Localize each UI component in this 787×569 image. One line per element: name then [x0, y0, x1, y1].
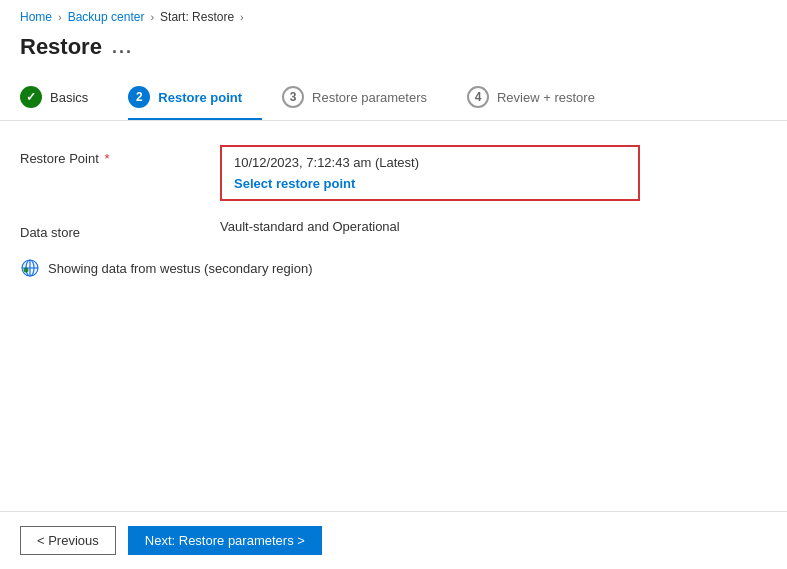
select-restore-point-link[interactable]: Select restore point [234, 176, 355, 191]
page-title-container: Restore ... [0, 30, 787, 76]
data-store-field: Vault-standard and Operational [220, 219, 767, 234]
svg-point-4 [22, 260, 38, 276]
restore-point-value: 10/12/2023, 7:12:43 am (Latest) [234, 155, 626, 170]
tab-basics-circle: ✓ [20, 86, 42, 108]
breadcrumb: Home › Backup center › Start: Restore › [0, 0, 787, 30]
tab-restore-point[interactable]: 2 Restore point [128, 76, 262, 120]
globe-icon [20, 258, 40, 278]
tab-basics-label: Basics [50, 90, 88, 105]
breadcrumb-backup-center[interactable]: Backup center [68, 10, 145, 24]
info-row: Showing data from westus (secondary regi… [20, 258, 767, 278]
previous-button[interactable]: < Previous [20, 526, 116, 555]
restore-point-required: * [104, 151, 109, 166]
restore-point-box: 10/12/2023, 7:12:43 am (Latest) Select r… [220, 145, 640, 201]
restore-point-label: Restore Point [20, 151, 99, 166]
restore-point-label-container: Restore Point * [20, 145, 220, 166]
tab-review-restore[interactable]: 4 Review + restore [467, 76, 615, 120]
breadcrumb-chevron-2: › [150, 11, 154, 23]
tab-review-restore-label: Review + restore [497, 90, 595, 105]
svg-point-5 [24, 268, 29, 273]
tab-restore-parameters-label: Restore parameters [312, 90, 427, 105]
tab-basics[interactable]: ✓ Basics [20, 76, 108, 120]
tab-restore-point-label: Restore point [158, 90, 242, 105]
breadcrumb-current: Start: Restore [160, 10, 234, 24]
tab-restore-parameters-circle: 3 [282, 86, 304, 108]
data-store-value: Vault-standard and Operational [220, 213, 400, 234]
restore-point-field: 10/12/2023, 7:12:43 am (Latest) Select r… [220, 145, 767, 201]
data-store-label: Data store [20, 219, 220, 240]
next-button[interactable]: Next: Restore parameters > [128, 526, 322, 555]
region-info-text: Showing data from westus (secondary regi… [48, 261, 312, 276]
restore-point-row: Restore Point * 10/12/2023, 7:12:43 am (… [20, 145, 767, 201]
tab-review-restore-circle: 4 [467, 86, 489, 108]
footer: < Previous Next: Restore parameters > [0, 511, 787, 569]
tab-restore-point-circle: 2 [128, 86, 150, 108]
breadcrumb-home[interactable]: Home [20, 10, 52, 24]
page-more-options[interactable]: ... [112, 37, 133, 58]
breadcrumb-chevron-3: › [240, 11, 244, 23]
tabs-container: ✓ Basics 2 Restore point 3 Restore param… [0, 76, 787, 121]
content-area: Restore Point * 10/12/2023, 7:12:43 am (… [0, 121, 787, 302]
data-store-row: Data store Vault-standard and Operationa… [20, 219, 767, 240]
page-title: Restore [20, 34, 102, 60]
tab-restore-parameters[interactable]: 3 Restore parameters [282, 76, 447, 120]
breadcrumb-chevron-1: › [58, 11, 62, 23]
